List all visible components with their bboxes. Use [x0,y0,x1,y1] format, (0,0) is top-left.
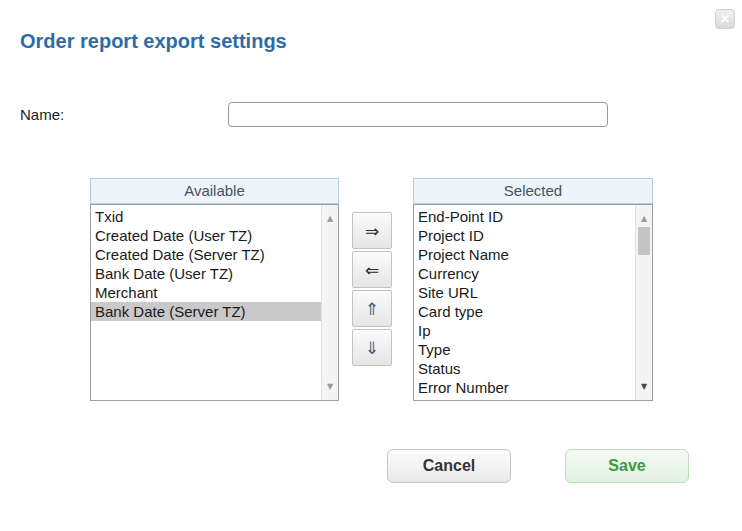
scroll-up-icon[interactable]: ▲ [322,214,338,223]
available-listbox: Available TxidCreated Date (User TZ)Crea… [90,178,339,401]
save-button[interactable]: Save [565,449,689,483]
available-scrollbar[interactable]: ▲ ▼ [321,205,338,400]
list-item[interactable]: Txid [91,207,321,226]
list-item[interactable]: Type [414,340,635,359]
name-label: Name: [20,106,64,123]
list-item[interactable]: Created Date (User TZ) [91,226,321,245]
list-item[interactable]: Bank Date (Server TZ) [91,302,321,321]
scrollbar-thumb[interactable] [638,227,650,255]
available-list-items: TxidCreated Date (User TZ)Created Date (… [91,205,338,321]
list-item[interactable]: Bank Date (User TZ) [91,264,321,283]
list-item[interactable]: Project ID [414,226,635,245]
list-item[interactable]: Error Number [414,378,635,397]
move-up-button[interactable]: ⇑ [352,290,392,327]
list-item[interactable]: Created Date (Server TZ) [91,245,321,264]
move-right-button[interactable]: ⇒ [352,212,392,249]
order-report-export-dialog: ✕ Order report export settings Name: Ava… [0,0,742,531]
scroll-up-icon[interactable]: ▲ [636,214,652,223]
list-item[interactable]: Site URL [414,283,635,302]
scroll-down-icon[interactable]: ▼ [636,382,652,391]
selected-scrollbar[interactable]: ▲ ▼ [635,205,652,400]
list-item[interactable]: Project Name [414,245,635,264]
move-down-button[interactable]: ⇓ [352,329,392,366]
name-input[interactable] [228,102,608,127]
available-list-header: Available [90,178,339,204]
transfer-button-group: ⇒ ⇐ ⇑ ⇓ [352,212,392,368]
cancel-button[interactable]: Cancel [387,449,511,483]
list-item[interactable]: Status [414,359,635,378]
move-left-button[interactable]: ⇐ [352,251,392,288]
list-item[interactable]: Ip [414,321,635,340]
dialog-title: Order report export settings [20,30,287,53]
list-item[interactable]: Merchant [91,283,321,302]
scroll-down-icon[interactable]: ▼ [322,382,338,391]
list-item[interactable]: Currency [414,264,635,283]
selected-list-header: Selected [413,178,653,204]
available-list[interactable]: TxidCreated Date (User TZ)Created Date (… [90,204,339,401]
selected-list-items: End-Point IDProject IDProject NameCurren… [414,205,652,397]
selected-listbox: Selected End-Point IDProject IDProject N… [413,178,653,401]
list-item[interactable]: Card type [414,302,635,321]
selected-list[interactable]: End-Point IDProject IDProject NameCurren… [413,204,653,401]
list-item[interactable]: End-Point ID [414,207,635,226]
close-icon[interactable]: ✕ [715,9,735,29]
